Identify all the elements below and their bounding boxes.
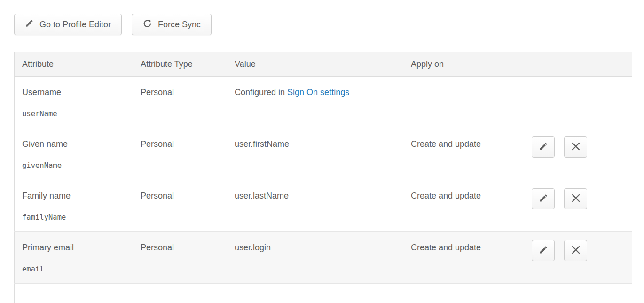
- attribute-type-cell: Personal: [133, 180, 227, 232]
- sign-on-settings-link[interactable]: Sign On settings: [287, 88, 349, 97]
- remove-attribute-button[interactable]: [564, 240, 587, 261]
- attribute-type-cell: Personal: [133, 128, 227, 180]
- attribute-type-cell: Personal: [133, 232, 227, 284]
- column-header-attribute: Attribute: [15, 52, 133, 77]
- force-sync-label: Force Sync: [158, 20, 201, 30]
- remove-attribute-button[interactable]: [564, 136, 587, 158]
- x-icon: [572, 246, 580, 255]
- value-cell: user.firstName: [227, 128, 403, 180]
- table-row-username: Username userName Personal Configured in…: [15, 77, 632, 128]
- pencil-icon: [539, 142, 548, 152]
- attribute-label: Given name: [22, 139, 68, 149]
- force-sync-button[interactable]: Force Sync: [132, 14, 212, 35]
- attribute-variable-name: familyName: [22, 213, 125, 222]
- pencil-icon: [539, 245, 548, 256]
- edit-attribute-button[interactable]: [532, 188, 555, 209]
- attribute-label: Username: [22, 88, 61, 97]
- edit-attribute-button[interactable]: [532, 240, 555, 261]
- table-row-partial: [15, 284, 632, 303]
- value-cell: user.login: [227, 232, 403, 284]
- attribute-mappings-page: Go to Profile Editor Force Sync Attribut…: [0, 0, 644, 303]
- apply-on-cell: Create and update: [403, 128, 522, 180]
- x-icon: [572, 194, 580, 204]
- go-to-profile-editor-label: Go to Profile Editor: [39, 20, 111, 30]
- column-header-attribute-type: Attribute Type: [133, 52, 227, 77]
- attribute-variable-name: givenName: [22, 161, 125, 170]
- x-icon: [572, 142, 580, 152]
- attribute-label: Family name: [22, 191, 71, 200]
- table-row-family-name: Family name familyName Personal user.las…: [15, 180, 632, 232]
- attribute-label: Primary email: [22, 243, 74, 252]
- column-header-apply-on: Apply on: [403, 52, 522, 77]
- apply-on-cell: Create and update: [403, 180, 522, 232]
- refresh-sync-icon: [142, 18, 152, 31]
- attribute-variable-name: email: [22, 265, 125, 273]
- pencil-icon: [539, 193, 548, 204]
- apply-on-cell: [403, 77, 522, 128]
- table-row-primary-email: Primary email email Personal user.login …: [15, 232, 632, 284]
- go-to-profile-editor-button[interactable]: Go to Profile Editor: [14, 14, 122, 35]
- attribute-type-cell: Personal: [133, 77, 227, 128]
- attribute-variable-name: userName: [22, 110, 125, 118]
- edit-attribute-button[interactable]: [532, 136, 555, 158]
- remove-attribute-button[interactable]: [564, 188, 587, 209]
- table-header: Attribute Attribute Type Value Apply on: [15, 52, 632, 77]
- toolbar: Go to Profile Editor Force Sync: [14, 14, 632, 35]
- value-cell: user.lastName: [227, 180, 403, 232]
- table-row-given-name: Given name givenName Personal user.first…: [15, 128, 632, 180]
- column-header-actions: [522, 52, 632, 77]
- value-cell: Configured in Sign On settings: [227, 77, 403, 128]
- attribute-mapping-table: Attribute Attribute Type Value Apply on …: [14, 52, 632, 303]
- value-text: Configured in: [235, 88, 287, 97]
- column-header-value: Value: [227, 52, 403, 77]
- pencil-icon: [25, 19, 34, 30]
- apply-on-cell: Create and update: [403, 232, 522, 284]
